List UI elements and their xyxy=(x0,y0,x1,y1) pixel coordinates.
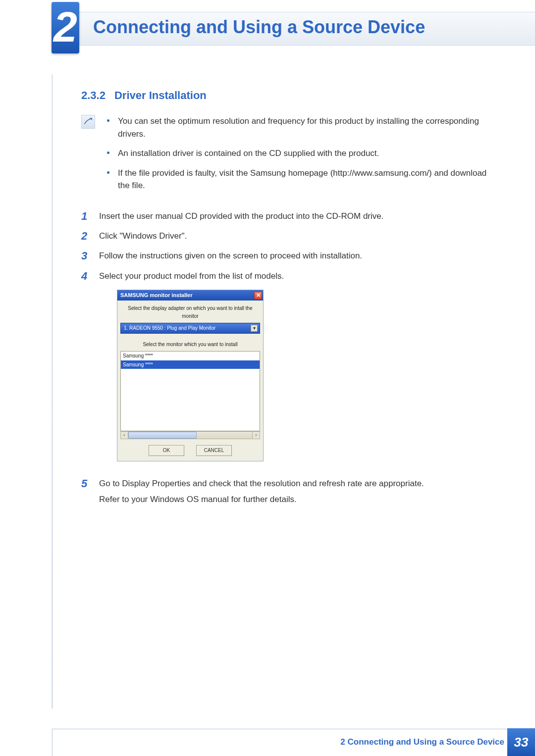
left-margin-line xyxy=(52,74,53,708)
scroll-track[interactable] xyxy=(128,431,252,439)
step-number: 3 xyxy=(81,250,90,262)
installer-dialog: SAMSUNG monitor installer ✕ Select the d… xyxy=(117,290,264,461)
scroll-right-icon[interactable]: › xyxy=(252,431,260,439)
step-text: Click "Windows Driver". xyxy=(99,230,499,243)
list-item-selected[interactable]: Samsung **** xyxy=(121,360,260,369)
step-text-inner: Select your product model from the list … xyxy=(99,271,284,281)
chapter-title: Connecting and Using a Source Device xyxy=(93,17,425,38)
step: 5 Go to Display Properties and check tha… xyxy=(81,477,499,506)
dialog-buttons: OK CANCEL xyxy=(117,443,263,461)
dialog-label: Select the display adapter on which you … xyxy=(117,301,263,323)
section-number: 2.3.2 xyxy=(81,89,106,101)
step-number: 5 xyxy=(81,477,90,490)
steps-list: 1 Insert the user manual CD provided wit… xyxy=(81,210,499,506)
ok-button[interactable]: OK xyxy=(149,445,184,456)
chapter-number-box: 2 xyxy=(52,2,79,53)
step-number: 2 xyxy=(81,230,90,243)
adapter-dropdown[interactable]: 1. RADEON 9550 : Plug and Play Monitor ▾ xyxy=(120,323,260,334)
footer-label: 2 Connecting and Using a Source Device xyxy=(340,728,504,756)
step-number: 4 xyxy=(81,270,90,283)
dialog-label: Select the monitor which you want to ins… xyxy=(117,337,263,352)
step-text-sub: Refer to your Windows OS manual for furt… xyxy=(99,493,499,506)
note-bullet: If the file provided is faulty, visit th… xyxy=(105,167,499,192)
step: 3 Follow the instructions given on the s… xyxy=(81,250,499,262)
step-text: Follow the instructions given on the scr… xyxy=(99,250,499,262)
cancel-button[interactable]: CANCEL xyxy=(196,445,232,456)
horizontal-scrollbar[interactable]: ‹ › xyxy=(120,431,260,439)
dialog-title-bar: SAMSUNG monitor installer ✕ xyxy=(117,290,263,301)
close-icon[interactable]: ✕ xyxy=(254,292,262,300)
page: 2 Connecting and Using a Source Device 2… xyxy=(0,0,535,756)
footer-left-line xyxy=(52,730,53,756)
scroll-thumb[interactable] xyxy=(128,432,197,439)
note-bullet-list: You can set the optimum resolution and f… xyxy=(105,115,499,199)
note-bullet: An installation driver is contained on t… xyxy=(105,147,499,160)
chevron-down-icon[interactable]: ▾ xyxy=(251,325,258,332)
step: 2 Click "Windows Driver". xyxy=(81,230,499,243)
step: 1 Insert the user manual CD provided wit… xyxy=(81,210,499,223)
dialog-title: SAMSUNG monitor installer xyxy=(120,291,192,300)
step-text: Go to Display Properties and check that … xyxy=(99,477,499,506)
footer: 2 Connecting and Using a Source Device 3… xyxy=(0,728,535,756)
step-text: Select your product model from the list … xyxy=(99,270,499,470)
step: 4 Select your product model from the lis… xyxy=(81,270,499,470)
chapter-number: 2 xyxy=(54,5,77,48)
note-icon xyxy=(81,115,95,129)
page-number: 33 xyxy=(507,728,535,756)
note-bullet: You can set the optimum resolution and f… xyxy=(105,115,499,140)
dropdown-value: 1. RADEON 9550 : Plug and Play Monitor xyxy=(124,324,215,332)
section-title: Driver Installation xyxy=(114,89,207,101)
content-area: 2.3.2Driver Installation You can set the… xyxy=(81,89,499,513)
step-number: 1 xyxy=(81,210,90,223)
list-item[interactable]: Samsung **** xyxy=(121,352,260,360)
monitor-list[interactable]: Samsung **** Samsung **** xyxy=(120,351,260,431)
note-block: You can set the optimum resolution and f… xyxy=(81,115,499,199)
section-heading: 2.3.2Driver Installation xyxy=(81,89,499,102)
step-text-main: Go to Display Properties and check that … xyxy=(99,479,424,488)
step-text: Insert the user manual CD provided with … xyxy=(99,210,499,223)
scroll-left-icon[interactable]: ‹ xyxy=(120,431,128,439)
installer-dialog-figure: SAMSUNG monitor installer ✕ Select the d… xyxy=(117,290,499,461)
